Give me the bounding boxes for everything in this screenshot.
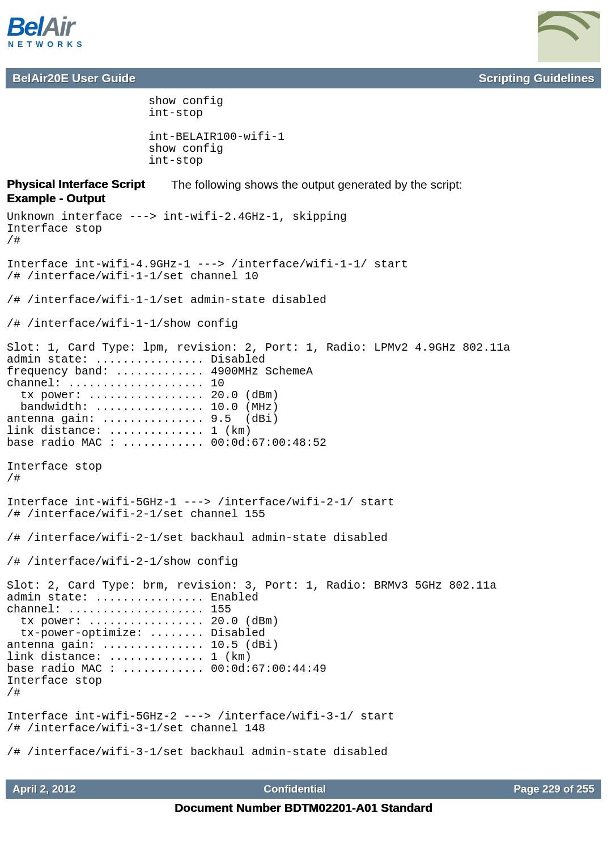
title-bar: BelAir20E User Guide Scripting Guideline… xyxy=(6,68,601,88)
footer-confidential: Confidential xyxy=(264,783,326,795)
logo: BelAir NETWORKS xyxy=(7,11,86,49)
wave-icon xyxy=(538,11,600,62)
section-title: Physical Interface Script Example - Outp… xyxy=(7,177,160,205)
footer-date: April 2, 2012 xyxy=(12,783,76,795)
title-left: BelAir20E User Guide xyxy=(12,71,135,85)
logo-air: Air xyxy=(43,12,74,41)
section-heading-row: Physical Interface Script Example - Outp… xyxy=(7,177,600,205)
footer-page: Page 229 of 255 xyxy=(513,783,594,795)
top-code-block: show config int-stop int-BELAIR100-wifi-… xyxy=(148,95,600,167)
logo-text: BelAir xyxy=(7,11,74,42)
title-right: Scripting Guidelines xyxy=(479,71,594,85)
header: BelAir NETWORKS xyxy=(7,11,600,62)
footer-bar: April 2, 2012 Confidential Page 229 of 2… xyxy=(6,780,601,799)
main-code-block: Unknown interface ---> int-wifi-2.4GHz-1… xyxy=(7,211,600,758)
logo-bel: Bel xyxy=(7,12,43,41)
section-description: The following shows the output generated… xyxy=(171,177,462,192)
logo-networks: NETWORKS xyxy=(8,40,86,49)
document-number: Document Number BDTM02201-A01 Standard xyxy=(7,801,600,815)
